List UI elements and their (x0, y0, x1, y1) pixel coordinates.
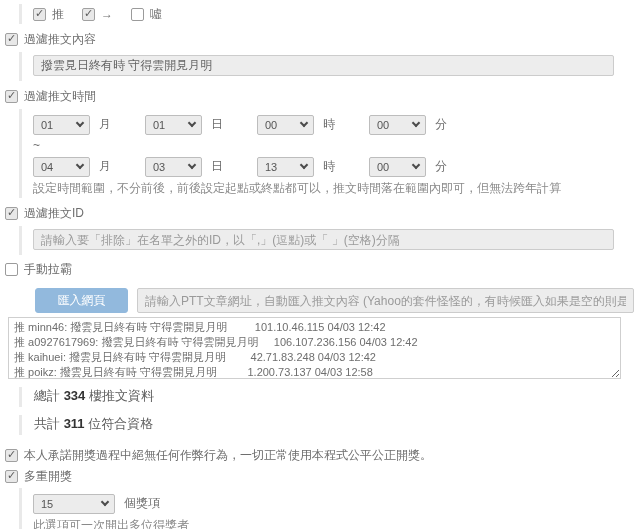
multi-draw-checkbox[interactable] (5, 470, 18, 483)
from-day-value: 01 (153, 119, 165, 131)
to-day-value: 03 (153, 161, 165, 173)
to-hour-select[interactable]: 13 (257, 157, 314, 177)
chevron-down-icon (101, 498, 109, 506)
chevron-down-icon (300, 161, 308, 169)
arrow-label: → (101, 7, 113, 21)
boo-checkbox[interactable] (131, 8, 144, 21)
multi-draw-label: 多重開獎 (24, 468, 72, 485)
to-hour-value: 13 (265, 161, 277, 173)
filter-content-block (19, 52, 634, 81)
filter-content-toggle[interactable]: 過濾推文內容 (5, 31, 634, 48)
fairness-promise-checkbox[interactable] (5, 449, 18, 462)
chevron-down-icon (188, 161, 196, 169)
total-pushes-suffix: 樓推文資料 (89, 388, 154, 403)
chevron-down-icon (76, 119, 84, 127)
time-range-help: 設定時間範圍，不分前後，前後設定起點或終點都可以，推文時間落在範圍內即可，但無法… (33, 180, 634, 196)
total-pushes-prefix: 總計 (34, 388, 60, 403)
time-to-row: 04 月 03 日 13 時 00 分 (33, 156, 634, 177)
from-month-value: 01 (41, 119, 53, 131)
manual-slot-toggle[interactable]: 手動拉霸 (5, 261, 634, 278)
filter-content-checkbox[interactable] (5, 33, 18, 46)
filter-content-label: 過濾推文內容 (24, 31, 96, 48)
filter-id-toggle[interactable]: 過濾推文ID (5, 205, 634, 222)
from-minute-select[interactable]: 00 (369, 115, 426, 135)
chevron-down-icon (412, 161, 420, 169)
push-checkbox[interactable] (33, 8, 46, 21)
from-month-select[interactable]: 01 (33, 115, 90, 135)
minute-unit: 分 (435, 158, 447, 175)
prize-unit: 個獎項 (124, 495, 160, 512)
push-list-textarea[interactable]: 推 minn46: 撥雲見日終有時 守得雲開見月明 101.10.46.115 … (8, 317, 621, 379)
boo-label: 噓 (150, 6, 162, 23)
chevron-down-icon (300, 119, 308, 127)
qualified-suffix: 位符合資格 (88, 416, 153, 431)
multi-draw-help: 此選項可一次開出多位得獎者 (33, 517, 634, 529)
to-month-value: 04 (41, 161, 53, 173)
month-unit: 月 (99, 116, 111, 133)
filter-id-block (19, 226, 634, 255)
qualified-count: 311 (64, 416, 85, 431)
multi-draw-toggle[interactable]: 多重開獎 (5, 468, 634, 485)
filter-time-checkbox[interactable] (5, 90, 18, 103)
prize-count-select[interactable]: 15 (33, 494, 115, 514)
from-hour-value: 00 (265, 119, 277, 131)
hour-unit: 時 (323, 116, 335, 133)
chevron-down-icon (76, 161, 84, 169)
arrow-checkbox[interactable] (82, 8, 95, 21)
chevron-down-icon (412, 119, 420, 127)
prize-count-row: 15 個獎項 (33, 493, 634, 514)
filter-time-block: 01 月 01 日 00 時 00 分 ~ 04 月 03 (19, 109, 634, 198)
day-unit: 日 (211, 116, 223, 133)
from-minute-value: 00 (377, 119, 389, 131)
fairness-promise-toggle[interactable]: 本人承諾開獎過程中絕無任何作弊行為，一切正常使用本程式公平公正開獎。 (5, 447, 634, 464)
article-url-input[interactable] (137, 288, 634, 313)
minute-unit: 分 (435, 116, 447, 133)
multi-draw-block: 15 個獎項 此選項可一次開出多位得獎者 (19, 488, 634, 529)
chevron-down-icon (188, 119, 196, 127)
month-unit: 月 (99, 158, 111, 175)
filter-time-label: 過濾推文時間 (24, 88, 96, 105)
from-hour-select[interactable]: 00 (257, 115, 314, 135)
manual-slot-checkbox[interactable] (5, 263, 18, 276)
filter-id-checkbox[interactable] (5, 207, 18, 220)
push-type-push[interactable]: 推 (33, 6, 64, 23)
qualified-count-line: 共計 311 位符合資格 (19, 415, 634, 435)
filter-id-label: 過濾推文ID (24, 205, 84, 222)
from-day-select[interactable]: 01 (145, 115, 202, 135)
hour-unit: 時 (323, 158, 335, 175)
filter-id-input[interactable] (33, 229, 614, 250)
to-month-select[interactable]: 04 (33, 157, 90, 177)
time-range-tilde: ~ (33, 138, 634, 153)
filter-content-input[interactable] (33, 55, 614, 76)
to-minute-select[interactable]: 00 (369, 157, 426, 177)
import-row: 匯入網頁 (35, 288, 634, 313)
push-type-filter-group: 推 → 噓 (19, 4, 634, 24)
time-from-row: 01 月 01 日 00 時 00 分 (33, 114, 634, 135)
ptt-lottery-page: 推 → 噓 過濾推文內容 過濾推文時間 01 月 01 日 (0, 0, 640, 529)
to-day-select[interactable]: 03 (145, 157, 202, 177)
manual-slot-label: 手動拉霸 (24, 261, 72, 278)
qualified-prefix: 共計 (34, 416, 60, 431)
push-label: 推 (52, 6, 64, 23)
day-unit: 日 (211, 158, 223, 175)
prize-count-value: 15 (41, 498, 53, 510)
total-pushes-line: 總計 334 樓推文資料 (19, 387, 634, 407)
draw-settings: 本人承諾開獎過程中絕無任何作弊行為，一切正常使用本程式公平公正開獎。 多重開獎 … (5, 447, 634, 529)
total-pushes-count: 334 (64, 388, 86, 403)
to-minute-value: 00 (377, 161, 389, 173)
filter-time-toggle[interactable]: 過濾推文時間 (5, 88, 634, 105)
push-type-arrow[interactable]: → (82, 6, 113, 23)
fairness-promise-label: 本人承諾開獎過程中絕無任何作弊行為，一切正常使用本程式公平公正開獎。 (24, 447, 432, 464)
push-type-boo[interactable]: 噓 (131, 6, 162, 23)
import-page-button[interactable]: 匯入網頁 (35, 288, 128, 313)
